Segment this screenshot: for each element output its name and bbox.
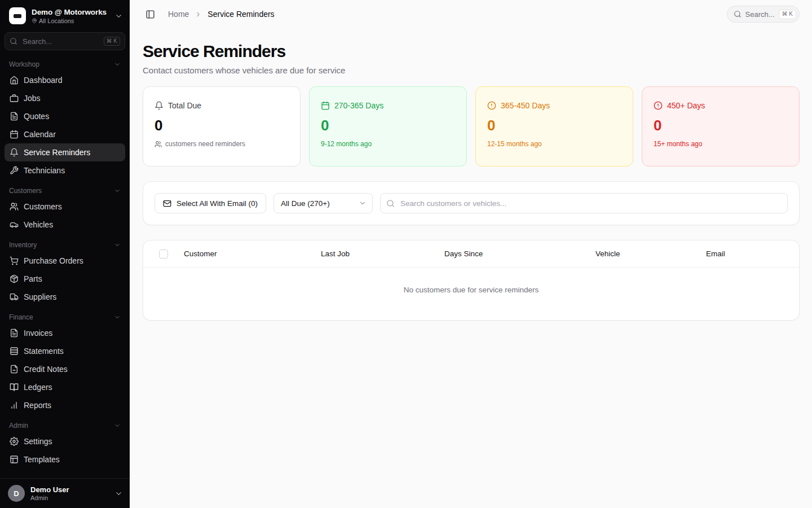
reminders-table: Customer Last Job Days Since Vehicle Ema… <box>143 240 800 321</box>
stat-note: 9-12 months ago <box>321 140 372 148</box>
sidebar-item-technicians[interactable]: Technicians <box>5 161 125 179</box>
sidebar-item-suppliers[interactable]: Suppliers <box>5 288 125 306</box>
stat-value: 0 <box>487 117 621 134</box>
sidebar-item-dashboard[interactable]: Dashboard <box>5 71 125 89</box>
stat-card-450-plus: 450+ Days 0 15+ months ago <box>642 86 800 167</box>
select-all-checkbox[interactable] <box>159 249 168 259</box>
breadcrumb: Home Service Reminders <box>168 10 275 19</box>
mail-icon <box>163 199 171 208</box>
sidebar-item-credit-notes[interactable]: Credit Notes <box>5 360 125 378</box>
select-all-label: Select All With Email (0) <box>176 199 258 208</box>
column-header-email: Email <box>706 249 790 258</box>
sidebar: Demo @ Motorworks All Locations ⌘ K Work… <box>0 0 130 508</box>
gear-icon <box>10 437 19 446</box>
sidebar-search[interactable]: ⌘ K <box>5 32 125 50</box>
sidebar-item-vehicles[interactable]: Vehicles <box>5 216 125 234</box>
shortcut-badge: ⌘ K <box>104 37 120 46</box>
sidebar-item-statements[interactable]: Statements <box>5 342 125 360</box>
item-label: Parts <box>24 274 42 283</box>
panel-left-icon <box>145 10 155 19</box>
item-label: Templates <box>24 455 60 464</box>
due-filter-select[interactable]: All Due (270+) <box>273 193 373 213</box>
sidebar-search-input[interactable] <box>21 37 100 46</box>
calendar-icon <box>321 101 330 110</box>
search-icon <box>734 10 742 18</box>
org-location: All Locations <box>39 17 74 24</box>
select-all-with-email-button[interactable]: Select All With Email (0) <box>155 193 266 213</box>
sidebar-item-reports[interactable]: Reports <box>5 396 125 414</box>
template-icon <box>10 455 19 464</box>
wrench-icon <box>10 166 19 175</box>
credit-note-icon <box>10 365 19 374</box>
item-label: Service Reminders <box>24 148 90 157</box>
stat-label: 450+ Days <box>667 101 705 110</box>
item-label: Credit Notes <box>24 365 68 374</box>
map-pin-icon <box>32 18 37 24</box>
table-empty-state: No customers due for service reminders <box>143 268 799 320</box>
search-icon <box>386 199 395 208</box>
briefcase-icon <box>10 94 19 103</box>
section-workshop[interactable]: Workshop <box>5 56 125 71</box>
section-finance[interactable]: Finance <box>5 309 125 324</box>
section-label: Workshop <box>9 60 39 68</box>
stat-note: customers need reminders <box>165 140 245 148</box>
item-label: Ledgers <box>24 383 52 392</box>
book-open-icon <box>10 383 19 392</box>
section-inventory[interactable]: Inventory <box>5 237 125 252</box>
chevron-down-icon <box>114 61 121 68</box>
page-subtitle: Contact customers whose vehicles are due… <box>143 65 800 75</box>
sidebar-item-invoices[interactable]: Invoices <box>5 324 125 342</box>
alert-circle-icon <box>487 101 496 110</box>
item-label: Calendar <box>24 130 56 139</box>
item-label: Quotes <box>24 112 49 121</box>
sidebar-nav: Workshop Dashboard Jobs Quotes Calendar … <box>0 55 130 478</box>
stat-card-365-450: 365-450 Days 0 12-15 months ago <box>475 86 633 167</box>
user-role: Admin <box>30 494 69 501</box>
global-search-button[interactable]: Search... ⌘ K <box>727 6 800 23</box>
sidebar-item-templates[interactable]: Templates <box>5 450 125 468</box>
sidebar-item-service-reminders[interactable]: Service Reminders <box>5 143 125 161</box>
chevron-down-icon <box>359 199 367 207</box>
section-label: Inventory <box>9 241 37 249</box>
package-icon <box>10 274 19 283</box>
car-icon <box>10 220 19 229</box>
chevron-down-icon <box>114 422 121 429</box>
section-customers[interactable]: Customers <box>5 182 125 198</box>
chevron-down-icon <box>114 12 123 20</box>
sidebar-item-jobs[interactable]: Jobs <box>5 89 125 107</box>
org-switcher[interactable]: Demo @ Motorworks All Locations <box>0 0 130 29</box>
user-name: Demo User <box>30 485 69 494</box>
stat-card-270-365: 270-365 Days 0 9-12 months ago <box>309 86 467 167</box>
stat-label: 270-365 Days <box>334 101 383 110</box>
sidebar-item-customers[interactable]: Customers <box>5 198 125 216</box>
invoice-icon <box>10 329 19 338</box>
customer-search-input[interactable] <box>399 199 782 208</box>
stat-label: Total Due <box>168 101 201 110</box>
sidebar-item-parts[interactable]: Parts <box>5 270 125 288</box>
breadcrumb-current: Service Reminders <box>208 10 274 19</box>
sidebar-item-purchase-orders[interactable]: Purchase Orders <box>5 252 125 270</box>
sidebar-item-ledgers[interactable]: Ledgers <box>5 378 125 396</box>
stat-card-total-due: Total Due 0 customers need reminders <box>143 86 301 167</box>
sidebar-item-calendar[interactable]: Calendar <box>5 125 125 143</box>
user-menu[interactable]: D Demo User Admin <box>0 478 130 508</box>
section-admin[interactable]: Admin <box>5 417 125 432</box>
item-label: Jobs <box>24 94 41 103</box>
calendar-icon <box>10 130 19 139</box>
main-area: Home Service Reminders Search... ⌘ K Ser… <box>130 0 812 508</box>
shortcut-badge: ⌘ K <box>779 10 796 19</box>
item-label: Customers <box>24 202 62 211</box>
sidebar-item-settings[interactable]: Settings <box>5 432 125 450</box>
item-label: Settings <box>24 437 52 446</box>
page-content: Service Reminders Contact customers whos… <box>130 28 812 508</box>
item-label: Technicians <box>24 166 65 175</box>
bar-chart-icon <box>10 401 19 410</box>
bell-icon <box>155 101 164 110</box>
item-label: Statements <box>24 347 64 356</box>
table-header-row: Customer Last Job Days Since Vehicle Ema… <box>143 240 799 268</box>
chevron-down-icon <box>114 187 121 194</box>
sidebar-toggle-button[interactable] <box>142 6 158 22</box>
customer-search-field <box>380 193 788 213</box>
sidebar-item-quotes[interactable]: Quotes <box>5 107 125 125</box>
breadcrumb-home[interactable]: Home <box>168 10 189 19</box>
